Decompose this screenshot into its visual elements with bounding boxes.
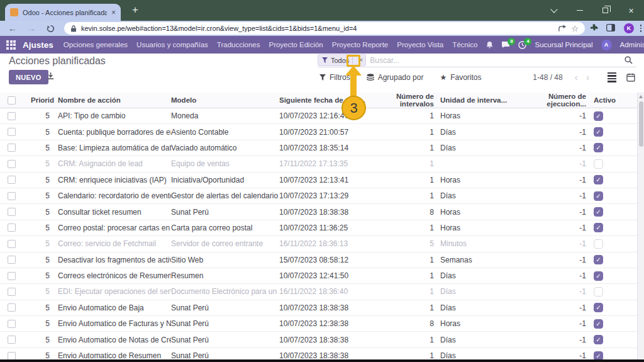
menu-usuarios-companias[interactable]: Usuarios y compañías [136, 41, 208, 48]
new-tab-button[interactable]: + [128, 3, 143, 18]
minimize-button[interactable] [567, 0, 592, 21]
row-checkbox[interactable] [8, 288, 16, 296]
scrollbar-thumb[interactable] [639, 101, 643, 147]
row-checkbox[interactable] [8, 272, 16, 280]
row-checkbox[interactable] [8, 176, 16, 184]
close-window-button[interactable]: × [618, 0, 644, 21]
table-row[interactable]: 5 Consultar ticket resumen Sunat Perú 10… [0, 204, 644, 220]
row-checkbox[interactable] [8, 144, 16, 152]
url-bar[interactable]: kevin.solse.pe/web#action=13&model=ir.cr… [64, 22, 585, 35]
table-row[interactable]: 5 Base: Limpieza automática de datos i..… [0, 140, 644, 156]
scrollbar-up-icon[interactable] [639, 95, 643, 98]
company-switcher[interactable]: Sucursal Principal [535, 41, 592, 48]
active-checkbox[interactable]: ✓ [594, 143, 603, 152]
side-panel-button[interactable] [606, 24, 615, 31]
active-checkbox[interactable]: ✓ [594, 191, 603, 201]
col-name[interactable]: Nombre de acción [54, 96, 171, 104]
user-menu[interactable]: Administrator (kevin16) [620, 41, 644, 48]
search-input[interactable] [366, 56, 625, 65]
menu-proyecto-reporte[interactable]: Proyecto Reporte [332, 41, 389, 48]
row-checkbox[interactable] [8, 336, 16, 344]
calendar-view-button[interactable] [626, 73, 635, 82]
reload-button[interactable] [43, 21, 58, 36]
table-row[interactable]: 5 Desactivar los fragmentos de activos .… [0, 252, 644, 268]
table-row[interactable]: 5 EDI: Ejecutar operaciones del servicio… [0, 284, 644, 300]
table-row[interactable]: 5 Correo postal: procesar cartas en la c… [0, 220, 644, 236]
browser-profile-avatar[interactable]: K [624, 23, 634, 33]
row-checkbox[interactable] [8, 208, 16, 216]
active-checkbox[interactable]: ✓ [594, 127, 603, 137]
table-row[interactable]: 5 Calendario: recordatorio de evento Ges… [0, 188, 644, 204]
user-avatar[interactable]: A [601, 40, 612, 50]
menu-opciones-generales[interactable]: Opciones generales [64, 41, 128, 48]
active-checkbox[interactable]: ✓ [594, 159, 603, 169]
col-priority[interactable]: Priorid... [23, 96, 54, 104]
row-checkbox[interactable] [8, 256, 16, 264]
app-name[interactable]: Ajustes [23, 40, 53, 50]
menu-traducciones[interactable]: Traducciones [217, 41, 260, 48]
active-checkbox[interactable]: ✓ [594, 239, 603, 249]
menu-tecnico[interactable]: Técnico [452, 41, 477, 48]
row-checkbox[interactable] [8, 192, 16, 200]
pager-next-button[interactable]: › [582, 72, 594, 82]
browser-menu-button[interactable] [640, 25, 642, 32]
col-model[interactable]: Modelo [171, 96, 279, 104]
col-executions[interactable]: Número de ejecucion... [508, 93, 586, 108]
messages-button[interactable]: 8 [501, 41, 510, 48]
menu-proyecto-vista[interactable]: Proyecto Vista [397, 41, 443, 48]
col-unit[interactable]: Unidad de interva... [434, 96, 508, 104]
forward-button[interactable]: → [24, 21, 39, 36]
active-checkbox[interactable]: ✓ [594, 111, 603, 121]
table-row[interactable]: 5 Envio Automatico de Notas de Crédito S… [0, 332, 644, 348]
active-checkbox[interactable]: ✓ [594, 335, 603, 344]
new-button[interactable]: NUEVO [9, 70, 48, 84]
table-row[interactable]: 5 Cuenta: publique borradores de entra..… [0, 124, 644, 140]
menu-proyecto-edicion[interactable]: Proyecto Edición [269, 41, 323, 48]
activities-button[interactable]: 4 [518, 41, 526, 49]
search-bar[interactable]: Todos × [318, 54, 636, 67]
row-checkbox[interactable] [8, 128, 16, 136]
restore-button[interactable] [592, 0, 618, 21]
apps-grid-icon[interactable] [6, 40, 16, 50]
table-scrollbar[interactable] [637, 93, 644, 359]
active-checkbox[interactable]: ✓ [594, 303, 603, 312]
row-checkbox[interactable] [8, 352, 16, 360]
active-checkbox[interactable]: ✓ [594, 287, 603, 297]
share-button[interactable] [558, 25, 567, 32]
group-by-button[interactable]: Agrupado por [367, 73, 424, 82]
active-checkbox[interactable]: ✓ [594, 319, 603, 329]
table-row[interactable]: 5 Envio Automatico de Baja Sunat Perú 10… [0, 300, 644, 316]
select-all-checkbox[interactable] [8, 96, 16, 105]
row-checkbox[interactable] [8, 160, 16, 168]
extensions-button[interactable] [590, 24, 598, 32]
row-checkbox[interactable] [8, 112, 16, 120]
bookmark-star-icon[interactable]: ☆ [571, 24, 579, 33]
row-checkbox[interactable] [8, 303, 16, 312]
active-checkbox[interactable]: ✓ [594, 223, 603, 232]
table-row[interactable]: 5 Envio Automatico de Facturas y Notas..… [0, 316, 644, 332]
col-active[interactable]: Activo [586, 96, 621, 104]
export-button[interactable] [47, 72, 55, 80]
row-checkbox[interactable] [8, 223, 16, 232]
col-intervals[interactable]: Número de intervalos [379, 93, 434, 108]
table-row[interactable]: 5 CRM: Asignación de lead Equipo de vent… [0, 156, 644, 172]
active-checkbox[interactable]: ✓ [594, 271, 603, 281]
list-view-button[interactable] [608, 72, 616, 82]
row-checkbox[interactable] [8, 240, 16, 248]
table-row[interactable]: 5 Correos electrónicos de Resumen Resume… [0, 268, 644, 284]
notifications-button[interactable] [486, 41, 493, 48]
tab-search-button[interactable] [541, 0, 567, 21]
favorites-button[interactable]: ★ Favoritos [440, 73, 481, 82]
table-row[interactable]: 5 CRM: enriquece iniciativas (IAP) Inici… [0, 173, 644, 188]
active-checkbox[interactable]: ✓ [594, 255, 603, 264]
back-button[interactable]: ← [5, 21, 20, 36]
pager-prev-button[interactable]: ‹ [570, 72, 582, 82]
row-checkbox[interactable] [8, 320, 16, 328]
active-checkbox[interactable]: ✓ [594, 175, 603, 184]
table-row[interactable]: 5 Correo: servicio de Fetchmail Servidor… [0, 236, 644, 252]
active-checkbox[interactable]: ✓ [594, 207, 603, 217]
table-row[interactable]: 5 API: Tipo de cambio Moneda 10/07/2023 … [0, 108, 644, 124]
search-button[interactable] [625, 56, 633, 64]
tab-close-icon[interactable]: × [111, 9, 116, 16]
browser-tab[interactable]: Odoo - Acciones planificadas × [5, 4, 121, 21]
